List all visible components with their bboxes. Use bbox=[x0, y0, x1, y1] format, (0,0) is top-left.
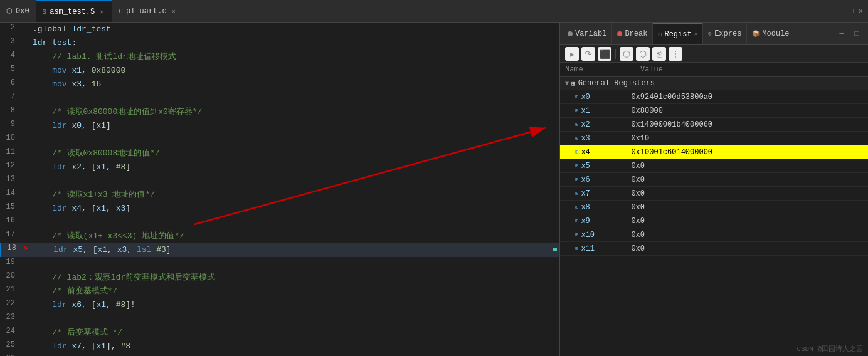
line-num-5: 5 bbox=[0, 64, 20, 74]
reg-row-x4[interactable]: ⊞ x4 0x10001c6014000000 bbox=[560, 145, 868, 159]
reg-x8-icon: ⊞ bbox=[575, 204, 578, 211]
line-code-2: .global ldr_test bbox=[30, 23, 559, 36]
current-line-arrow: ➤ bbox=[24, 243, 29, 254]
reg-x6-value: 0x0 bbox=[631, 175, 863, 184]
copy-button[interactable]: ⎘ bbox=[652, 47, 666, 61]
tab-asm-test[interactable]: S asm_test.S ✕ bbox=[36, 0, 113, 22]
close-button[interactable]: ✕ bbox=[859, 6, 863, 16]
right-panel: Variabl Break ⊞ Regist ✕ ⚙ Expres 📦 Modu… bbox=[560, 23, 868, 356]
line-marker-18: ➤ bbox=[21, 243, 31, 254]
reg-row-x6[interactable]: ⊞ x6 0x0 bbox=[560, 173, 868, 187]
line-num-12: 12 bbox=[0, 160, 20, 170]
line-code-4: // lab1. 测试ldr地址偏移模式 bbox=[30, 50, 559, 64]
editor-panel: 2 .global ldr_test 3 ldr_test: 4 // lab1… bbox=[0, 23, 560, 356]
reg-row-x11[interactable]: ⊞ x11 0x0 bbox=[560, 242, 868, 256]
modules-label: Module bbox=[762, 29, 789, 38]
chevron-down-icon: ▼ bbox=[565, 80, 569, 87]
line-num-19: 19 bbox=[0, 257, 20, 267]
line-code-17: /* 读取(x1+ x3<<3) 地址的值*/ bbox=[30, 229, 559, 243]
editor-content[interactable]: 2 .global ldr_test 3 ldr_test: 4 // lab1… bbox=[0, 23, 559, 356]
step-over-button[interactable]: ↷ bbox=[581, 47, 595, 61]
line-num-3: 3 bbox=[0, 36, 20, 46]
reg-x10-value: 0x0 bbox=[631, 231, 863, 239]
code-row-23: 23 bbox=[0, 312, 559, 326]
reg-x5-value: 0x0 bbox=[631, 162, 863, 170]
reg-row-x10[interactable]: ⊞ x10 0x0 bbox=[560, 228, 868, 242]
tab-pl-uart[interactable]: C pl_uart.c ✕ bbox=[112, 0, 184, 22]
line-num-7: 7 bbox=[0, 92, 20, 102]
tab-expressions[interactable]: ⚙ Expres bbox=[703, 23, 747, 45]
line-num-6: 6 bbox=[0, 78, 20, 88]
reg-row-x8[interactable]: ⊞ x8 0x0 bbox=[560, 201, 868, 214]
tab-breakpoints[interactable]: Break bbox=[612, 23, 653, 45]
close-asm-icon[interactable]: ✕ bbox=[98, 7, 105, 17]
expand-all-button[interactable]: ⬡ bbox=[620, 47, 633, 61]
tab-modules[interactable]: 📦 Module bbox=[747, 23, 795, 45]
modules-icon: 📦 bbox=[752, 30, 760, 38]
code-row-17: 17 /* 读取(x1+ x3<<3) 地址的值*/ bbox=[0, 229, 559, 243]
reg-row-x9[interactable]: ⊞ x9 0x0 bbox=[560, 214, 868, 228]
reg-row-x1[interactable]: ⊞ x1 0x80000 bbox=[560, 104, 868, 118]
restore-button[interactable]: □ bbox=[850, 28, 863, 40]
stop-button[interactable]: ⬛ bbox=[598, 47, 611, 61]
code-row-26: 26 bbox=[0, 353, 559, 356]
more-button[interactable]: ⋮ bbox=[669, 47, 682, 61]
reg-x7-icon: ⊞ bbox=[575, 190, 578, 197]
reg-x3-icon: ⊞ bbox=[575, 135, 578, 142]
reg-x5-name: x5 bbox=[581, 162, 631, 170]
right-tab-controls: — □ bbox=[835, 28, 865, 40]
code-row-12: 12 ldr x2, [x1, #8] bbox=[0, 160, 559, 174]
tab-registers[interactable]: ⊞ Regist ✕ bbox=[653, 23, 703, 45]
resume-button[interactable]: ▸ bbox=[565, 47, 579, 61]
line-code-25: ldr x7, [x1], #8 bbox=[30, 340, 559, 353]
line-code-16 bbox=[30, 216, 559, 229]
code-row-10: 10 bbox=[0, 133, 559, 147]
reg-x4-value: 0x10001c6014000000 bbox=[631, 148, 863, 157]
code-row-13: 13 bbox=[0, 174, 559, 188]
reg-row-x7[interactable]: ⊞ x7 0x0 bbox=[560, 187, 868, 201]
collapse-button[interactable]: — bbox=[835, 28, 848, 40]
reg-row-x3[interactable]: ⊞ x3 0x10 bbox=[560, 132, 868, 145]
line-code-7 bbox=[30, 92, 559, 105]
reg-row-x0[interactable]: ⊞ x0 0x92401c00d53800a0 bbox=[560, 90, 868, 104]
line-num-25: 25 bbox=[0, 340, 20, 350]
minimize-button[interactable]: — bbox=[839, 7, 844, 16]
close-registers-icon[interactable]: ✕ bbox=[694, 31, 697, 38]
tab-0x0[interactable]: ⬡ 0x0 bbox=[0, 0, 36, 22]
line-num-20: 20 bbox=[0, 271, 20, 281]
right-tab-bar: Variabl Break ⊞ Regist ✕ ⚙ Expres 📦 Modu… bbox=[560, 23, 868, 45]
line-code-24: /* 后变基模式 */ bbox=[30, 326, 559, 340]
line-code-22: ldr x6, [x1, #8]! bbox=[30, 298, 559, 312]
register-toolbar: ▸ ↷ ⬛ ⬡ ⬡ ⎘ ⋮ bbox=[560, 45, 868, 63]
line-num-4: 4 bbox=[0, 50, 20, 60]
code-row-11: 11 /* 读取0x80008地址的值*/ bbox=[0, 147, 559, 160]
breakpoints-dot-icon bbox=[617, 31, 622, 36]
reg-x3-value: 0x10 bbox=[631, 134, 863, 143]
line-num-22: 22 bbox=[0, 298, 20, 308]
reg-x0-value: 0x92401c00d53800a0 bbox=[631, 93, 863, 102]
group-registers-icon: ⊞ bbox=[571, 80, 576, 88]
collapse-all-button[interactable]: ⬡ bbox=[636, 47, 650, 61]
tab-variables[interactable]: Variabl bbox=[563, 23, 612, 45]
reg-x2-icon: ⊞ bbox=[575, 121, 578, 128]
line-code-14: /* 读取x1+x3 地址的值*/ bbox=[30, 188, 559, 202]
line-code-8: /* 读取0x80000地址的值到x0寄存器*/ bbox=[30, 105, 559, 119]
line-code-9: ldr x0, [x1] bbox=[30, 119, 559, 133]
code-row-3: 3 ldr_test: bbox=[0, 36, 559, 50]
reg-row-x5[interactable]: ⊞ x5 0x0 bbox=[560, 159, 868, 173]
maximize-button[interactable]: □ bbox=[849, 7, 854, 16]
line-code-13 bbox=[30, 174, 559, 188]
code-row-24: 24 /* 后变基模式 */ bbox=[0, 326, 559, 340]
reg-row-x2[interactable]: ⊞ x2 0x14000001b4000060 bbox=[560, 118, 868, 132]
close-uart-icon[interactable]: ✕ bbox=[170, 6, 177, 16]
line-code-15: ldr x4, [x1, x3] bbox=[30, 202, 559, 216]
expressions-icon: ⚙ bbox=[708, 30, 712, 38]
main-area: 2 .global ldr_test 3 ldr_test: 4 // lab1… bbox=[0, 23, 868, 356]
register-panel[interactable]: Name Value ▼ ⊞ General Registers ⊞ x0 0x… bbox=[560, 63, 868, 342]
line-num-15: 15 bbox=[0, 202, 20, 212]
line-num-23: 23 bbox=[0, 312, 20, 322]
line-code-11: /* 读取0x80008地址的值*/ bbox=[30, 147, 559, 160]
breakpoints-label: Break bbox=[625, 29, 647, 38]
line-num-21: 21 bbox=[0, 285, 20, 295]
general-registers-group[interactable]: ▼ ⊞ General Registers bbox=[560, 77, 868, 90]
